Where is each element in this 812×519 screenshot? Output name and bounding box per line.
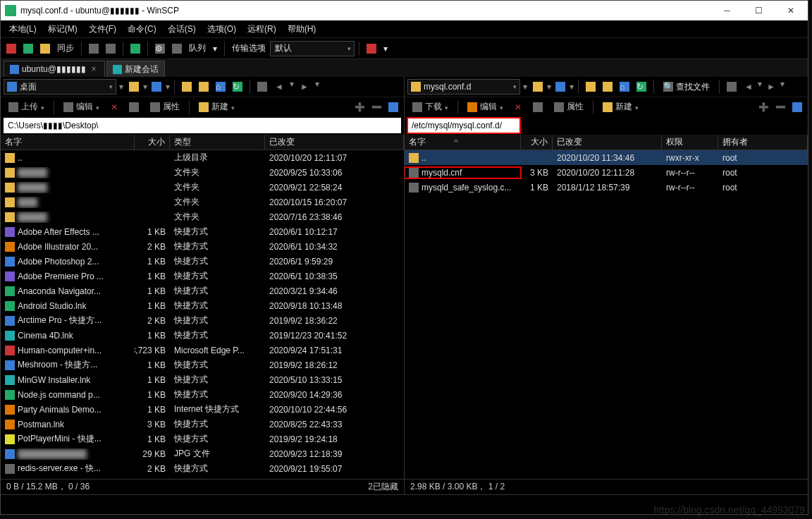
tool-compare-icon[interactable] [86, 41, 102, 56]
local-new-button[interactable]: 新建 [194, 99, 240, 115]
menu-item[interactable]: 命令(C) [123, 22, 161, 37]
local-back-icon[interactable] [179, 79, 195, 94]
table-row[interactable]: Android Studio.lnk1 KB快捷方式2020/9/18 10:1… [1, 298, 404, 313]
table-row[interactable]: Adobe Premiere Pro ...1 KB快捷方式2020/6/1 1… [1, 269, 404, 283]
remote-new-button[interactable]: 新建 [598, 99, 644, 115]
remote-header[interactable]: 名字 ^ 大小 已改变 权限 拥有者 [405, 135, 808, 150]
table-row[interactable]: ▮▮▮▮▮▮文件夹2020/9/25 10:33:06 [1, 165, 404, 180]
table-row[interactable]: ▮▮▮▮▮▮文件夹2020/7/16 23:38:46 [1, 209, 404, 224]
remote-fwd-icon[interactable] [600, 79, 615, 94]
transfer-combo[interactable]: 默认 [270, 41, 355, 56]
table-row[interactable]: PotPlayerMini - 快捷...1 KB快捷方式2019/9/2 19… [1, 432, 404, 446]
remote-tree-icon[interactable] [724, 79, 739, 94]
local-tree-icon[interactable] [254, 79, 270, 94]
col-perm[interactable]: 权限 [662, 135, 718, 149]
table-row[interactable]: Meshroom - 快捷方...1 KB快捷方式2019/9/2 18:26:… [1, 358, 404, 372]
menu-item[interactable]: 远程(R) [243, 22, 281, 37]
remote-edit-button[interactable]: 编辑 [462, 99, 508, 115]
tool-disconnect-dd[interactable]: ▾ [381, 44, 390, 54]
col-type[interactable]: 类型 [170, 135, 265, 149]
minimize-button[interactable]: ─ [711, 1, 743, 20]
nav-left-icon[interactable]: ◄ [271, 79, 287, 94]
local-header[interactable]: 名字 大小 类型 已改变 [1, 135, 404, 150]
tab-new-session[interactable]: 新建会话 [106, 61, 165, 77]
local-reload-icon[interactable]: ↻ [230, 79, 245, 94]
menu-item[interactable]: 文件(F) [85, 22, 121, 37]
maximize-button[interactable]: ☐ [743, 1, 775, 20]
remote-path[interactable]: /etc/mysql/mysql.conf.d/ [407, 118, 520, 133]
close-button[interactable]: ✕ [775, 1, 806, 20]
remote-home-icon[interactable]: ⌂ [617, 79, 632, 94]
col-modified[interactable]: 已改变 [265, 135, 404, 149]
local-check-icon[interactable] [386, 99, 401, 115]
table-row[interactable]: ▮▮▮▮▮▮文件夹2020/9/21 22:58:24 [1, 180, 404, 195]
sync-label[interactable]: 同步 [54, 42, 77, 54]
tool-folder-icon[interactable] [37, 41, 53, 56]
find-button[interactable]: 🔍查找文件 [658, 79, 715, 94]
remote-reload-icon[interactable]: ↻ [634, 79, 649, 94]
remote-delete-button[interactable]: ✕ [510, 99, 527, 115]
local-path[interactable]: C:\Users\▮▮▮▮\Desktop\ [4, 118, 401, 133]
tool-gear-icon[interactable]: ⚙ [152, 41, 168, 56]
col-name[interactable]: 名字 ^ [405, 135, 521, 149]
tab-session[interactable]: ubuntu@▮▮▮▮▮▮ × [4, 61, 105, 77]
table-row[interactable]: Adobe Illustrator 20...2 KB快捷方式2020/6/1 … [1, 239, 404, 254]
menu-item[interactable]: 会话(S) [164, 22, 200, 37]
menu-item[interactable]: 帮助(H) [283, 22, 321, 37]
menu-item[interactable]: 选项(O) [203, 22, 240, 37]
remote-filter-icon[interactable] [553, 79, 568, 94]
local-fwd-icon[interactable] [196, 79, 211, 94]
local-delete-button[interactable]: ✕ [106, 99, 123, 115]
tab-close-icon[interactable]: × [89, 64, 99, 74]
local-props-button[interactable]: 属性 [145, 99, 185, 115]
remote-open-icon[interactable] [530, 79, 546, 94]
col-modified[interactable]: 已改变 [553, 135, 662, 149]
nav-right-icon[interactable]: ► [763, 79, 779, 94]
remote-props-button[interactable]: 属性 [549, 99, 589, 115]
remote-list[interactable]: ..2020/10/20 11:34:46rwxr-xr-xrootmysqld… [405, 150, 808, 479]
local-list[interactable]: ..上级目录2020/10/20 12:11:07▮▮▮▮▮▮文件夹2020/9… [1, 150, 404, 479]
menu-item[interactable]: 标记(M) [44, 22, 82, 37]
local-filter-icon[interactable] [149, 79, 164, 94]
table-row[interactable]: MinGW Installer.lnk1 KB快捷方式2020/5/10 13:… [1, 372, 404, 387]
col-owner[interactable]: 拥有者 [718, 135, 808, 149]
local-rename-button[interactable] [124, 99, 144, 115]
remote-back-icon[interactable] [583, 79, 598, 94]
table-row[interactable]: Human-computer+in...13,723 KBMicrosoft E… [1, 343, 404, 358]
tool-refresh-icon[interactable] [103, 41, 118, 56]
titlebar[interactable]: mysql.conf.d - ubuntu@▮▮▮▮▮▮ - WinSCP ─ … [1, 1, 808, 20]
table-row[interactable]: redis-server.exe - 快...2 KB快捷方式2020/9/21… [1, 461, 404, 476]
table-row[interactable]: Adobe After Effects ...1 KB快捷方式2020/6/1 … [1, 224, 404, 239]
table-row[interactable]: Anaconda Navigator...1 KB快捷方式2020/3/21 9… [1, 283, 404, 298]
table-row[interactable]: ..2020/10/20 11:34:46rwxr-xr-xroot [405, 150, 808, 165]
local-home-icon[interactable]: ⌂ [213, 79, 228, 94]
table-row[interactable]: ▮▮▮▮文件夹2020/10/15 16:20:07 [1, 195, 404, 209]
local-plus-icon[interactable]: ➕ [352, 99, 367, 115]
table-row[interactable]: Postman.lnk3 KB快捷方式2020/8/25 22:43:33 [1, 417, 404, 432]
table-row[interactable]: mysqld_safe_syslog.c...1 KB2018/1/12 18:… [405, 180, 808, 195]
table-row[interactable]: mysqld.cnf3 KB2020/10/20 12:11:28rw-r--r… [405, 165, 808, 180]
tool-disconnect-icon[interactable] [364, 41, 379, 56]
remote-location-combo[interactable]: mysql.conf.d [407, 79, 520, 94]
table-row[interactable]: Cinema 4D.lnk1 KB快捷方式2019/12/23 20:41:52 [1, 328, 404, 343]
col-name[interactable]: 名字 [1, 135, 135, 149]
upload-button[interactable]: 上传 [4, 99, 49, 115]
remote-check-icon[interactable] [789, 99, 805, 115]
tool-green-icon[interactable] [20, 41, 36, 56]
download-button[interactable]: 下载 [407, 99, 453, 115]
table-row[interactable]: Arctime Pro - 快捷方...2 KB快捷方式2019/9/2 18:… [1, 313, 404, 328]
table-row[interactable]: Node.js command p...1 KB快捷方式2020/9/20 14… [1, 387, 404, 402]
col-size[interactable]: 大小 [135, 135, 170, 149]
remote-plus-icon[interactable]: ➕ [756, 99, 771, 115]
nav-left-icon[interactable]: ◄ [741, 79, 756, 94]
tool-queue-toggle-icon[interactable] [128, 41, 143, 56]
queue-dropdown[interactable]: ▾ [210, 44, 220, 54]
table-row[interactable]: Adobe Photoshop 2...1 KB快捷方式2020/6/1 9:5… [1, 254, 404, 269]
local-edit-button[interactable]: 编辑 [59, 99, 104, 115]
col-size[interactable]: 大小 [521, 135, 553, 149]
table-row[interactable]: ▮▮▮▮▮▮▮▮▮▮▮▮▮▮29 KBJPG 文件2020/9/23 12:18… [1, 446, 404, 461]
local-open-icon[interactable] [126, 79, 142, 94]
queue-label[interactable]: 队列 [186, 42, 209, 54]
local-minus-icon[interactable]: ➖ [369, 99, 384, 115]
local-location-combo[interactable]: 桌面 [4, 79, 116, 94]
